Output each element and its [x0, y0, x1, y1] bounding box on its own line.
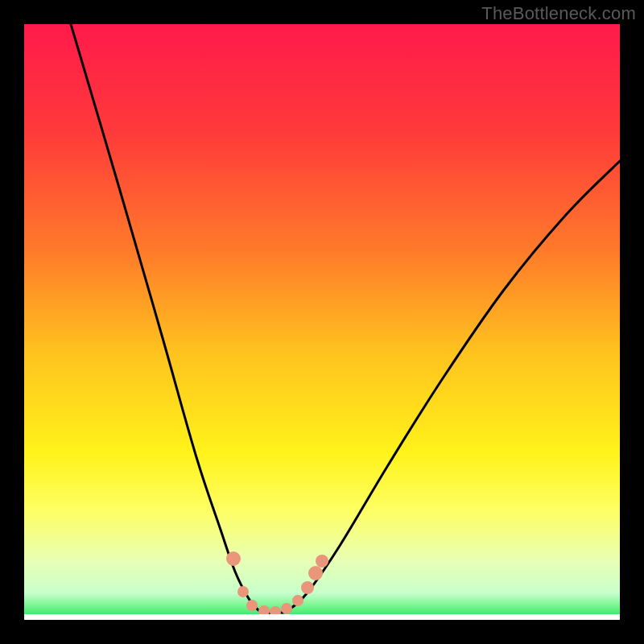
- marker-dot: [226, 551, 241, 566]
- marker-dot: [237, 586, 249, 597]
- gradient-background: [24, 24, 620, 620]
- plot-area: [24, 24, 620, 620]
- attribution-label: TheBottleneck.com: [481, 3, 636, 24]
- marker-dot: [292, 595, 303, 606]
- plot-svg: [24, 24, 620, 620]
- chart-frame: TheBottleneck.com: [0, 0, 644, 644]
- marker-dot: [281, 603, 292, 614]
- marker-dot: [308, 566, 323, 580]
- baseline-strip: [24, 614, 620, 620]
- marker-dot: [246, 600, 258, 611]
- marker-dot: [316, 555, 328, 568]
- marker-dot: [301, 581, 314, 594]
